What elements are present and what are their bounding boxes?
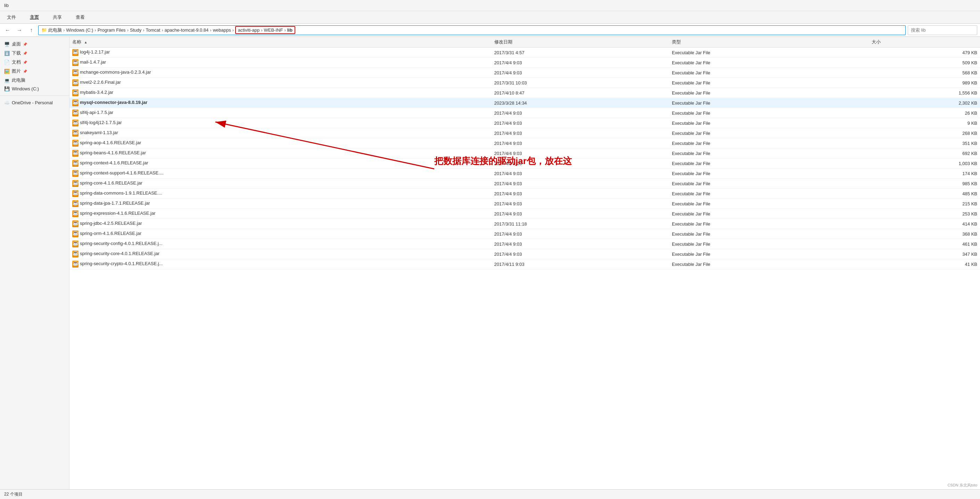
jar-icon <box>72 69 78 76</box>
jar-icon <box>72 261 78 268</box>
file-name: spring-jdbc-4.2.5.RELEASE.jar <box>80 221 142 226</box>
file-size-cell: 2,302 KB <box>869 98 980 108</box>
table-row[interactable]: mvel2-2.2.6.Final.jar2017/3/31 10:03Exec… <box>70 78 980 88</box>
file-type-cell: Executable Jar File <box>669 179 869 189</box>
sort-arrow-name: ▲ <box>84 40 88 44</box>
file-name: spring-data-commons-1.9.1.RELEASE.... <box>80 190 162 196</box>
file-type-cell: Executable Jar File <box>669 229 869 239</box>
table-row[interactable]: spring-beans-4.1.6.RELEASE.jar2017/4/4 9… <box>70 148 980 158</box>
search-input[interactable] <box>908 26 977 35</box>
table-row[interactable]: spring-context-support-4.1.6.RELEASE....… <box>70 169 980 179</box>
table-row[interactable]: spring-context-4.1.6.RELEASE.jar2017/4/4… <box>70 158 980 169</box>
table-row[interactable]: spring-security-crypto-4.0.1.RELEASE.j..… <box>70 259 980 269</box>
breadcrumb-tomcat[interactable]: Tomcat <box>146 27 161 33</box>
sidebar-label-desktop: 桌面 <box>12 41 21 47</box>
status-text: 22 个项目 <box>4 491 22 497</box>
watermark: CSDN 东北风toto <box>947 483 977 488</box>
pictures-icon: 🖼️ <box>4 69 10 74</box>
table-row[interactable]: spring-expression-4.1.6.RELEASE.jar2017/… <box>70 209 980 219</box>
sidebar-item-desktop[interactable]: 🖥️ 桌面 📌 <box>0 40 69 49</box>
sidebar-item-downloads[interactable]: ⬇️ 下载 📌 <box>0 49 69 58</box>
file-name: slf4j-api-1.7.5.jar <box>80 110 113 115</box>
col-header-size[interactable]: 大小 <box>869 37 980 48</box>
sidebar-label-pictures: 图片 <box>12 68 21 74</box>
ribbon-tab-view[interactable]: 查看 <box>73 13 88 22</box>
file-name: mvel2-2.2.6.Final.jar <box>80 80 121 85</box>
breadcrumb-this-pc[interactable]: 此电脑 <box>48 27 62 33</box>
breadcrumb-webinf[interactable]: WEB-INF <box>264 27 283 33</box>
breadcrumb-c-drive[interactable]: Windows (C:) <box>66 27 93 33</box>
sidebar-label-documents: 文档 <box>12 59 21 65</box>
ribbon-tab-home[interactable]: 主页 <box>27 13 42 22</box>
table-row[interactable]: mybatis-3.4.2.jar2017/4/10 8:47Executabl… <box>70 88 980 98</box>
jar-icon <box>72 220 78 227</box>
jar-icon <box>72 49 78 56</box>
file-name-cell: spring-core-4.1.6.RELEASE.jar <box>70 179 492 189</box>
breadcrumb-activiti-app[interactable]: activiti-app <box>238 27 259 33</box>
table-row[interactable]: spring-core-4.1.6.RELEASE.jar2017/4/4 9:… <box>70 179 980 189</box>
col-header-type[interactable]: 类型 <box>669 37 869 48</box>
sidebar-label-downloads: 下载 <box>12 50 21 56</box>
sidebar-item-c-drive[interactable]: 💾 Windows (C:) <box>0 85 69 93</box>
sidebar-label-c-drive: Windows (C:) <box>12 86 39 91</box>
table-row[interactable]: snakeyaml-1.13.jar2017/4/4 9:03Executabl… <box>70 128 980 138</box>
table-row[interactable]: spring-jdbc-4.2.5.RELEASE.jar2017/3/31 1… <box>70 219 980 229</box>
file-area: 名称 ▲ 修改日期 类型 大小 log4j-1.2.17.jar2017/3/3… <box>70 37 980 489</box>
col-header-name[interactable]: 名称 ▲ <box>70 37 492 48</box>
table-row[interactable]: slf4j-log4j12-1.7.5.jar2017/4/4 9:03Exec… <box>70 118 980 128</box>
file-size-cell: 253 KB <box>869 209 980 219</box>
table-row[interactable]: mail-1.4.7.jar2017/4/4 9:03Executable Ja… <box>70 58 980 68</box>
table-row[interactable]: spring-data-commons-1.9.1.RELEASE....201… <box>70 189 980 199</box>
file-name: mail-1.4.7.jar <box>80 59 106 65</box>
jar-icon <box>72 190 78 197</box>
forward-button[interactable]: → <box>14 26 24 35</box>
table-row[interactable]: spring-security-core-4.0.1.RELEASE.jar20… <box>70 249 980 259</box>
file-name-cell: slf4j-log4j12-1.7.5.jar <box>70 118 492 128</box>
jar-icon <box>72 160 78 167</box>
breadcrumb-program-files[interactable]: Program Files <box>98 27 126 33</box>
jar-icon <box>72 99 78 106</box>
ribbon-tab-file[interactable]: 文件 <box>4 13 19 22</box>
file-size-cell: 692 KB <box>869 148 980 158</box>
file-date-cell: 2017/4/4 9:03 <box>492 209 669 219</box>
file-name: slf4j-log4j12-1.7.5.jar <box>80 120 122 125</box>
file-name: spring-core-4.1.6.RELEASE.jar <box>80 180 142 186</box>
breadcrumb-study[interactable]: Study <box>130 27 142 33</box>
table-row[interactable]: log4j-1.2.17.jar2017/3/31 4:57Executable… <box>70 48 980 58</box>
status-bar: 22 个项目 <box>0 489 980 499</box>
pin-icon-documents: 📌 <box>23 61 27 64</box>
table-row[interactable]: spring-security-config-4.0.1.RELEASE.j..… <box>70 239 980 249</box>
table-row[interactable]: spring-orm-4.1.6.RELEASE.jar2017/4/4 9:0… <box>70 229 980 239</box>
file-name-cell: spring-data-jpa-1.7.1.RELEASE.jar <box>70 199 492 209</box>
sidebar-item-onedrive[interactable]: ☁️ OneDrive - Personal <box>0 99 69 107</box>
file-name-cell: spring-security-core-4.0.1.RELEASE.jar <box>70 249 492 259</box>
breadcrumb-lib[interactable]: lib <box>287 27 293 33</box>
file-name: mysql-connector-java-8.0.19.jar <box>80 100 147 105</box>
file-type-cell: Executable Jar File <box>669 48 869 58</box>
ribbon-tab-share[interactable]: 共享 <box>50 13 65 22</box>
file-date-cell: 2017/4/11 9:03 <box>492 259 669 269</box>
table-row[interactable]: spring-aop-4.1.6.RELEASE.jar2017/4/4 9:0… <box>70 138 980 148</box>
sidebar-item-pictures[interactable]: 🖼️ 图片 📌 <box>0 67 69 76</box>
table-row[interactable]: mysql-connector-java-8.0.19.jar2023/3/28… <box>70 98 980 108</box>
file-size-cell: 268 KB <box>869 128 980 138</box>
file-type-cell: Executable Jar File <box>669 88 869 98</box>
breadcrumb[interactable]: 📁 此电脑 › Windows (C:) › Program Files › S… <box>38 26 906 35</box>
file-type-cell: Executable Jar File <box>669 158 869 169</box>
breadcrumb-apache-tomcat[interactable]: apache-tomcat-9.0.84 <box>165 27 208 33</box>
file-date-cell: 2017/4/4 9:03 <box>492 148 669 158</box>
sidebar-item-documents[interactable]: 📄 文档 📌 <box>0 58 69 67</box>
file-type-cell: Executable Jar File <box>669 199 869 209</box>
table-row[interactable]: slf4j-api-1.7.5.jar2017/4/4 9:03Executab… <box>70 108 980 118</box>
file-name-cell: mail-1.4.7.jar <box>70 58 492 68</box>
breadcrumb-webapps[interactable]: webapps <box>213 27 231 33</box>
sidebar-item-this-pc[interactable]: 💻 此电脑 <box>0 76 69 85</box>
jar-icon <box>72 230 78 238</box>
back-button[interactable]: ← <box>3 26 13 35</box>
table-row[interactable]: mchange-commons-java-0.2.3.4.jar2017/4/4… <box>70 68 980 78</box>
table-row[interactable]: spring-data-jpa-1.7.1.RELEASE.jar2017/4/… <box>70 199 980 209</box>
up-button[interactable]: ↑ <box>26 26 36 35</box>
breadcrumb-highlighted-section: activiti-app › WEB-INF › lib <box>235 26 295 34</box>
col-header-date[interactable]: 修改日期 <box>492 37 669 48</box>
file-name-cell: mvel2-2.2.6.Final.jar <box>70 78 492 88</box>
